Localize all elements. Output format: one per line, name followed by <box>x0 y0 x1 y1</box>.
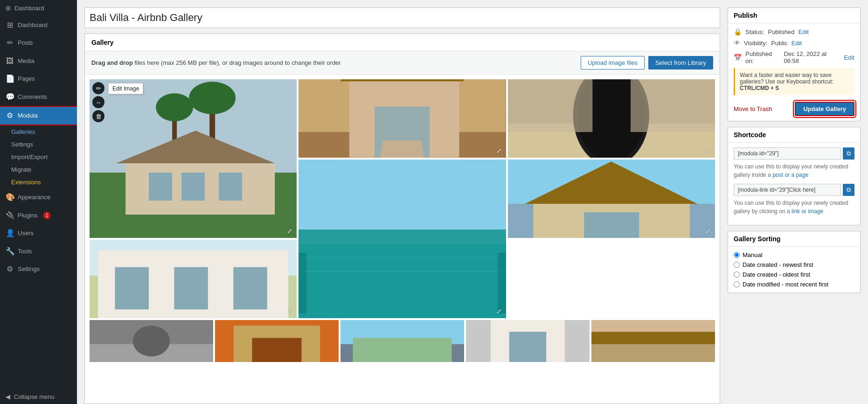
shortcode-2-input[interactable] <box>734 184 841 196</box>
sidebar-item-migrate[interactable]: Migrate <box>0 163 77 176</box>
sidebar-item-settings-modula[interactable]: Settings <box>0 138 77 151</box>
expand-icon-1: ⤢ <box>285 227 294 235</box>
sidebar-item-extensions[interactable]: Extensions <box>0 176 77 188</box>
sidebar-item-label: Tools <box>18 247 32 256</box>
appearance-icon: 🎨 <box>6 192 14 202</box>
upload-image-files-button[interactable]: Upload image files <box>581 56 645 70</box>
settings-icon: ⚙ <box>6 264 14 274</box>
edit-icon-button[interactable]: ✏ Edit Image <box>92 82 104 94</box>
sorting-date-oldest-radio[interactable] <box>734 272 740 278</box>
sidebar-item-media[interactable]: 🖼 Media <box>0 52 77 70</box>
shortcode-metabox: Shortcode ⧉ You can use this to display … <box>728 127 861 225</box>
sidebar-logo[interactable]: ⊞ Dashboard <box>0 0 77 16</box>
link-or-image-link[interactable]: link or image <box>792 208 823 215</box>
sidebar-item-users[interactable]: 👤 Users <box>0 224 77 242</box>
swap-icon: ↔ <box>96 99 102 106</box>
pages-icon: 📄 <box>6 74 14 84</box>
gallery-image-4[interactable]: ⤢ <box>299 160 506 318</box>
published-edit-link[interactable]: Edit <box>844 54 854 61</box>
gallery-image-1[interactable]: ✏ Edit Image ↔ 🗑 <box>90 79 297 238</box>
editor-panel: Gallery Drag and drop files here (max 25… <box>84 7 720 404</box>
svg-point-3 <box>156 93 193 121</box>
gallery-thumb-3[interactable] <box>340 320 464 362</box>
move-to-trash-link[interactable]: Move to Trash <box>734 105 772 112</box>
status-label: Status: <box>745 28 764 35</box>
tools-icon: 🔧 <box>6 246 14 257</box>
copy-shortcode-1-button[interactable]: ⧉ <box>843 147 854 160</box>
sidebar-item-import-export[interactable]: Import/Export <box>0 151 77 163</box>
gallery-image-6[interactable]: ⤢ <box>90 240 297 318</box>
sorting-date-oldest-label[interactable]: Date created - oldest first <box>743 271 810 278</box>
extensions-label: Extensions <box>11 179 41 186</box>
expand-icon-4: ⤢ <box>495 307 503 315</box>
publish-actions: Move to Trash Update Gallery <box>734 100 854 116</box>
media-icon: 🖼 <box>6 56 14 66</box>
gallery-image-1-svg <box>90 79 297 238</box>
status-value: Published <box>768 28 794 35</box>
settings-modula-label: Settings <box>11 141 33 148</box>
sorting-date-newest-label[interactable]: Date created - newest first <box>743 261 813 268</box>
status-edit-link[interactable]: Edit <box>799 28 809 35</box>
published-value: Dec 12, 2022 at 06:58 <box>784 50 840 64</box>
collapse-menu-button[interactable]: ◀ Collapse menu <box>0 390 77 404</box>
content-area: Gallery Drag and drop files here (max 25… <box>77 0 868 404</box>
page-title-input[interactable] <box>84 7 720 28</box>
sidebar-item-galleries[interactable]: Galleries <box>0 125 77 138</box>
main-content: Gallery Drag and drop files here (max 25… <box>77 0 868 404</box>
gallery-box: Gallery Drag and drop files here (max 25… <box>84 34 720 404</box>
sidebar-item-comments[interactable]: 💬 Comments <box>0 88 77 106</box>
svg-marker-59 <box>591 332 715 344</box>
sidebar-item-label: Settings <box>18 265 40 273</box>
sidebar-item-settings[interactable]: ⚙ Settings <box>0 260 77 278</box>
sidebar-item-dashboard[interactable]: ⊞ Dashboard <box>0 16 77 34</box>
publish-content: 🔒 Status: Published Edit 👁 Visibility: P… <box>728 23 860 121</box>
delete-icon-button[interactable]: 🗑 <box>92 110 104 122</box>
svg-rect-30 <box>299 230 506 244</box>
shortcode-2-row: ⧉ <box>734 184 854 196</box>
published-row: 📅 Published on: Dec 12, 2022 at 06:58 Ed… <box>734 50 854 64</box>
svg-rect-24 <box>631 79 715 132</box>
shortcode-title: Shortcode <box>728 127 860 143</box>
sorting-date-newest-radio[interactable] <box>734 262 740 268</box>
sidebar-item-modula[interactable]: ⚙ Modula <box>0 107 77 125</box>
sorting-manual-label[interactable]: Manual <box>743 251 763 258</box>
eye-icon: 👁 <box>734 39 740 47</box>
sidebar-item-tools[interactable]: 🔧 Tools <box>0 243 77 260</box>
shortcode-2-desc: You can use this to display your newly c… <box>734 199 854 216</box>
shortcode-1-input[interactable] <box>734 147 841 160</box>
expand-icon-5: ⤢ <box>704 227 712 235</box>
copy-shortcode-2-button[interactable]: ⧉ <box>843 184 854 196</box>
lock-icon: 🔒 <box>734 28 742 35</box>
gallery-image-2-svg <box>299 79 506 158</box>
posts-icon: ✏ <box>6 38 14 48</box>
sorting-date-modified-radio[interactable] <box>734 281 740 287</box>
visibility-row: 👁 Visibility: Public Edit <box>734 39 854 47</box>
sidebar-item-posts[interactable]: ✏ Posts <box>0 34 77 52</box>
sidebar-item-plugins[interactable]: 🔌 Plugins 1 <box>0 207 77 224</box>
sidebar-item-label: Modula <box>18 111 38 120</box>
gallery-thumb-1[interactable] <box>90 320 213 362</box>
sidebar-item-label: Users <box>18 229 34 237</box>
post-or-page-link[interactable]: post or a page <box>772 172 808 178</box>
svg-rect-43 <box>233 267 267 310</box>
gallery-thumb-4[interactable] <box>466 320 590 362</box>
gallery-image-3[interactable]: ⤢ <box>508 79 715 158</box>
sorting-manual-radio[interactable] <box>734 252 740 258</box>
swap-icon-button[interactable]: ↔ <box>92 96 104 108</box>
sidebar-item-appearance[interactable]: 🎨 Appearance <box>0 188 77 206</box>
gallery-thumb-2[interactable] <box>215 320 339 362</box>
sidebar-item-label: Plugins <box>18 211 38 220</box>
sorting-date-modified-row: Date modified - most recent first <box>734 281 854 288</box>
users-icon: 👤 <box>6 228 14 238</box>
sorting-date-modified-label[interactable]: Date modified - most recent first <box>743 281 828 288</box>
gallery-image-2[interactable]: ⤢ <box>299 79 506 158</box>
gallery-sorting-metabox: Gallery Sorting Manual Date created - ne… <box>728 231 861 293</box>
sidebar-item-label: Media <box>18 57 34 65</box>
sidebar: ⊞ Dashboard ⊞ Dashboard ✏ Posts 🖼 Media … <box>0 0 77 404</box>
update-gallery-button[interactable]: Update Gallery <box>795 102 854 116</box>
gallery-image-5[interactable]: ⤢ <box>508 160 715 238</box>
sidebar-item-pages[interactable]: 📄 Pages <box>0 70 77 88</box>
select-from-library-button[interactable]: Select from Library <box>648 56 713 70</box>
gallery-thumb-5[interactable] <box>591 320 715 362</box>
visibility-edit-link[interactable]: Edit <box>792 40 802 47</box>
